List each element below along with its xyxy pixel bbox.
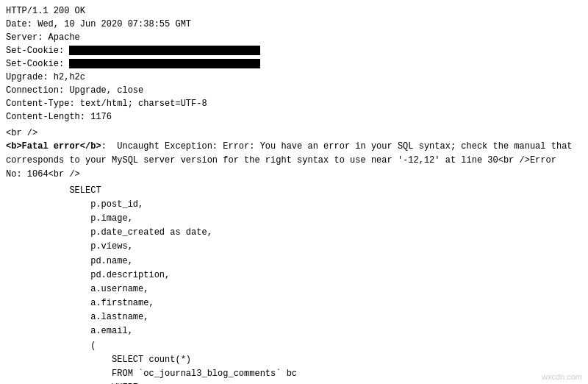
cookie-redacted-1	[69, 46, 260, 55]
content-length-line: Content-Length: 1176	[6, 110, 582, 124]
cookie-redacted-2	[69, 59, 260, 68]
set-cookie-1: Set-Cookie:	[6, 44, 582, 57]
watermark: wxcdn.com	[542, 372, 582, 381]
connection-line: Connection: Upgrade, close	[6, 84, 582, 97]
error-section: <br /> <b>Fatal error</b>: Uncaught Exce…	[6, 127, 582, 384]
server-line: Server: Apache	[6, 31, 582, 44]
header-section: HTTP/1.1 200 OK Date: Wed, 10 Jun 2020 0…	[6, 4, 582, 124]
upgrade-line: Upgrade: h2,h2c	[6, 71, 582, 84]
br-tag: <br />	[6, 127, 582, 140]
set-cookie-2: Set-Cookie:	[6, 57, 582, 71]
status-line: HTTP/1.1 200 OK	[6, 4, 582, 18]
content-type-line: Content-Type: text/html; charset=UTF-8	[6, 97, 582, 110]
date-line: Date: Wed, 10 Jun 2020 07:38:55 GMT	[6, 18, 582, 31]
sql-block: SELECT p.post_id, p.image, p.date_create…	[6, 184, 582, 384]
fatal-label: <b>Fatal error</b>	[6, 141, 101, 152]
fatal-error-line: <b>Fatal error</b>: Uncaught Exception: …	[6, 140, 582, 182]
page-container: HTTP/1.1 200 OK Date: Wed, 10 Jun 2020 0…	[0, 0, 588, 384]
